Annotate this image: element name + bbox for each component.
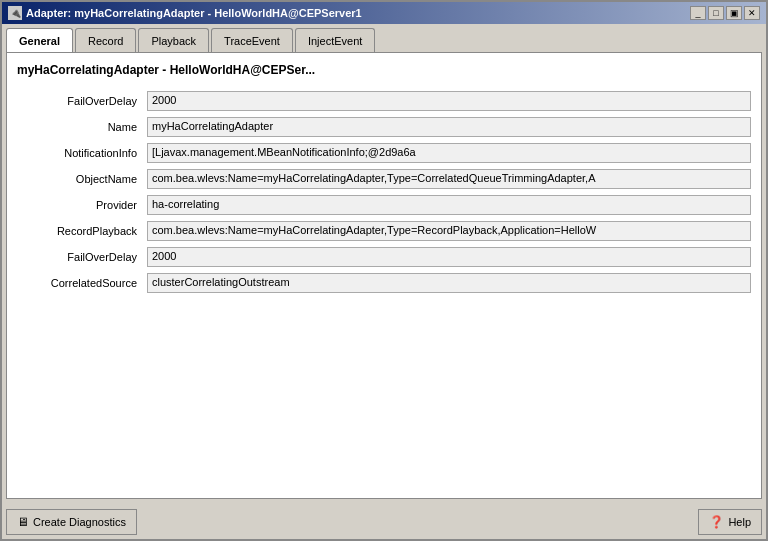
form-row: ObjectNamecom.bea.wlevs:Name=myHaCorrela…	[17, 169, 751, 189]
title-buttons: _ □ ▣ ✕	[690, 6, 760, 20]
form-row: NamemyHaCorrelatingAdapter	[17, 117, 751, 137]
tab-record[interactable]: Record	[75, 28, 136, 52]
tab-injectevent[interactable]: InjectEvent	[295, 28, 375, 52]
help-button[interactable]: ❓ Help	[698, 509, 762, 535]
form-row: FailOverDelay2000	[17, 91, 751, 111]
title-bar-left: 🔌 Adapter: myHaCorrelatingAdapter - Hell…	[8, 6, 362, 20]
field-value-correlatedsource[interactable]: clusterCorrelatingOutstream	[147, 273, 751, 293]
create-diagnostics-button[interactable]: 🖥 Create Diagnostics	[6, 509, 137, 535]
field-label-correlatedsource: CorrelatedSource	[17, 277, 147, 289]
form-area: FailOverDelay2000NamemyHaCorrelatingAdap…	[17, 91, 751, 488]
field-label-failoverdelay: FailOverDelay	[17, 95, 147, 107]
field-value-provider[interactable]: ha-correlating	[147, 195, 751, 215]
field-label-notificationinfo: NotificationInfo	[17, 147, 147, 159]
form-row: NotificationInfo[Ljavax.management.MBean…	[17, 143, 751, 163]
close-button[interactable]: ✕	[744, 6, 760, 20]
field-label-recordplayback: RecordPlayback	[17, 225, 147, 237]
field-label-objectname: ObjectName	[17, 173, 147, 185]
restore-button[interactable]: □	[708, 6, 724, 20]
window-icon: 🔌	[8, 6, 22, 20]
field-value-name[interactable]: myHaCorrelatingAdapter	[147, 117, 751, 137]
help-icon: ❓	[709, 515, 724, 529]
field-value-objectname[interactable]: com.bea.wlevs:Name=myHaCorrelatingAdapte…	[147, 169, 751, 189]
form-row: FailOverDelay2000	[17, 247, 751, 267]
title-bar: 🔌 Adapter: myHaCorrelatingAdapter - Hell…	[2, 2, 766, 24]
field-label-provider: Provider	[17, 199, 147, 211]
tab-playback[interactable]: Playback	[138, 28, 209, 52]
field-label-failoverdelay: FailOverDelay	[17, 251, 147, 263]
content-area: General Record Playback TraceEvent Injec…	[2, 24, 766, 503]
diagnostics-icon: 🖥	[17, 515, 29, 529]
bottom-bar: 🖥 Create Diagnostics ❓ Help	[2, 503, 766, 539]
form-row: RecordPlaybackcom.bea.wlevs:Name=myHaCor…	[17, 221, 751, 241]
tab-content-general: myHaCorrelatingAdapter - HelloWorldHA@CE…	[6, 52, 762, 499]
window-title: Adapter: myHaCorrelatingAdapter - HelloW…	[26, 7, 362, 19]
page-title: myHaCorrelatingAdapter - HelloWorldHA@CE…	[17, 63, 751, 77]
maximize-button[interactable]: ▣	[726, 6, 742, 20]
field-value-failoverdelay[interactable]: 2000	[147, 91, 751, 111]
field-value-failoverdelay[interactable]: 2000	[147, 247, 751, 267]
main-window: 🔌 Adapter: myHaCorrelatingAdapter - Hell…	[0, 0, 768, 541]
form-row: Providerha-correlating	[17, 195, 751, 215]
tab-traceevent[interactable]: TraceEvent	[211, 28, 293, 52]
tabs-bar: General Record Playback TraceEvent Injec…	[6, 28, 762, 52]
field-value-notificationinfo[interactable]: [Ljavax.management.MBeanNotificationInfo…	[147, 143, 751, 163]
field-value-recordplayback[interactable]: com.bea.wlevs:Name=myHaCorrelatingAdapte…	[147, 221, 751, 241]
tab-general[interactable]: General	[6, 28, 73, 52]
field-label-name: Name	[17, 121, 147, 133]
minimize-button[interactable]: _	[690, 6, 706, 20]
form-row: CorrelatedSourceclusterCorrelatingOutstr…	[17, 273, 751, 293]
